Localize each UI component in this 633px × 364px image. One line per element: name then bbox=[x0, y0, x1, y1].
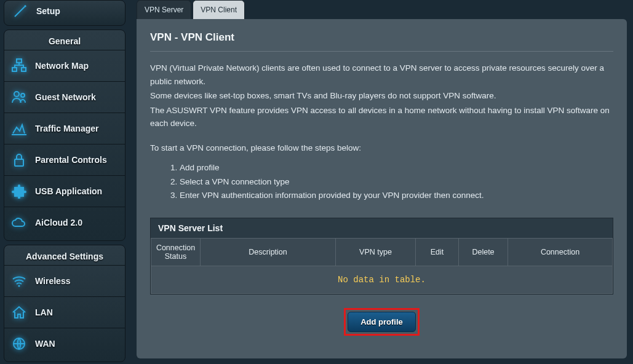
svg-point-4 bbox=[21, 93, 25, 97]
th-delete: Delete bbox=[459, 239, 508, 266]
sidebar-setup-panel: Setup bbox=[4, 0, 125, 26]
tab-vpn-server[interactable]: VPN Server bbox=[137, 0, 191, 19]
sidebar-advanced-heading: Advanced Settings bbox=[4, 248, 125, 265]
svg-rect-1 bbox=[12, 68, 17, 71]
wifi-icon bbox=[10, 273, 28, 289]
add-profile-button[interactable]: Add profile bbox=[348, 312, 416, 332]
traffic-icon bbox=[10, 121, 28, 136]
sidebar-general-heading: General bbox=[4, 33, 125, 50]
main-content: VPN Server VPN Client VPN - VPN Client V… bbox=[129, 0, 633, 364]
sidebar-item-guest-network[interactable]: Guest Network bbox=[4, 81, 125, 113]
sidebar-item-lan[interactable]: LAN bbox=[4, 296, 125, 328]
sidebar-item-network-map[interactable]: Network Map bbox=[4, 50, 125, 81]
sidebar-item-label: AiCloud 2.0 bbox=[35, 218, 82, 228]
sidebar-item-label: Traffic Manager bbox=[35, 124, 98, 133]
lock-icon bbox=[10, 152, 28, 168]
vpn-server-list-table: VPN Server List Connection Status Descri… bbox=[150, 218, 613, 295]
tab-vpn-client[interactable]: VPN Client bbox=[193, 0, 245, 19]
desc-paragraph: The ASUSWRT VPN feature provides VPN acc… bbox=[150, 104, 613, 130]
globe-icon bbox=[10, 336, 28, 352]
sidebar-setup-label: Setup bbox=[36, 6, 60, 16]
page-title: VPN - VPN Client bbox=[150, 31, 613, 52]
desc-paragraph: To start a VPN connection, please follow… bbox=[150, 141, 613, 155]
cloud-icon bbox=[10, 215, 28, 231]
table-title: VPN Server List bbox=[151, 218, 613, 238]
table-empty-message: No data in table. bbox=[151, 266, 613, 294]
sidebar-item-usb-application[interactable]: USB Application bbox=[4, 175, 125, 207]
sidebar-item-label: LAN bbox=[35, 307, 53, 317]
content-panel: VPN - VPN Client VPN (Virtual Private Ne… bbox=[137, 19, 627, 358]
sidebar-item-label: Wireless bbox=[35, 276, 70, 286]
th-vpn-type: VPN type bbox=[336, 239, 416, 266]
sidebar-item-label: Network Map bbox=[35, 61, 89, 71]
sidebar-item-label: Parental Controls bbox=[35, 155, 107, 165]
sidebar-item-aicloud[interactable]: AiCloud 2.0 bbox=[4, 207, 125, 238]
sidebar-item-parental-controls[interactable]: Parental Controls bbox=[4, 144, 125, 175]
add-profile-highlight: Add profile bbox=[344, 308, 420, 336]
desc-paragraph: Some devices like set-top boxes, smart T… bbox=[150, 89, 613, 103]
step-item: Enter VPN authentication information pro… bbox=[180, 189, 613, 203]
puzzle-icon bbox=[10, 183, 28, 199]
sidebar-item-label: WAN bbox=[35, 339, 55, 349]
sidebar-advanced-panel: Advanced Settings Wireless LAN WAN bbox=[4, 245, 125, 362]
sidebar-item-wireless[interactable]: Wireless bbox=[4, 265, 125, 296]
sidebar-item-label: Guest Network bbox=[35, 92, 96, 102]
guest-icon bbox=[10, 89, 28, 105]
sidebar-general-panel: General Network Map Guest Network Traffi… bbox=[4, 30, 125, 241]
th-connection-status: Connection Status bbox=[151, 239, 201, 266]
svg-rect-2 bbox=[22, 68, 26, 71]
sidebar-item-wan[interactable]: WAN bbox=[4, 328, 125, 359]
page-description: VPN (Virtual Private Network) clients ar… bbox=[150, 61, 613, 203]
steps-list: Add profile Select a VPN connection type… bbox=[180, 161, 613, 204]
home-icon bbox=[10, 304, 28, 320]
sidebar-item-setup[interactable]: Setup bbox=[4, 3, 125, 23]
sidebar-item-traffic-manager[interactable]: Traffic Manager bbox=[4, 113, 125, 144]
svg-rect-5 bbox=[15, 159, 23, 166]
network-icon bbox=[10, 58, 28, 74]
step-item: Select a VPN connection type bbox=[180, 175, 613, 189]
svg-rect-0 bbox=[17, 59, 22, 63]
svg-point-3 bbox=[14, 92, 19, 97]
tab-bar: VPN Server VPN Client bbox=[137, 0, 627, 19]
th-edit: Edit bbox=[416, 239, 459, 266]
sidebar-item-label: USB Application bbox=[35, 186, 102, 196]
th-description: Description bbox=[201, 239, 336, 266]
th-connection: Connection bbox=[508, 239, 613, 266]
step-item: Add profile bbox=[180, 161, 613, 175]
svg-point-6 bbox=[18, 285, 20, 287]
button-row: Add profile bbox=[150, 308, 613, 336]
wizard-icon bbox=[13, 3, 30, 19]
desc-paragraph: VPN (Virtual Private Network) clients ar… bbox=[150, 61, 613, 88]
